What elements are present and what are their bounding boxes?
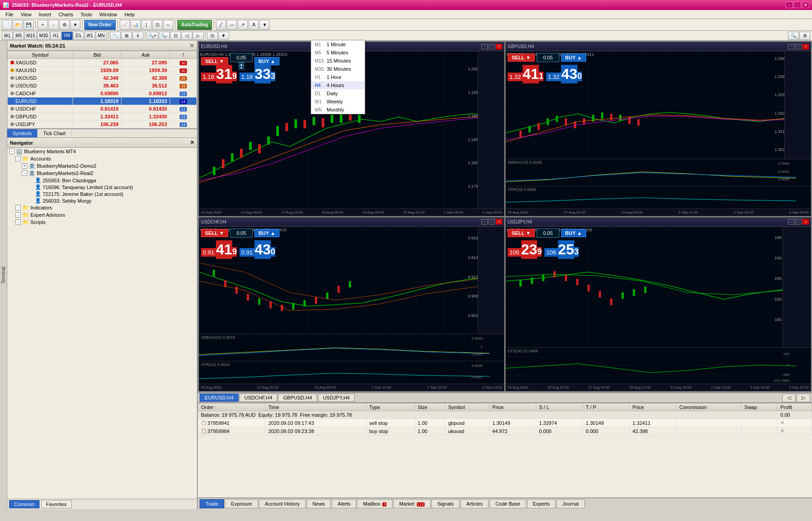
eurusd-volume-input[interactable]: [230, 53, 253, 62]
chart-tab-eurusd[interactable]: EURUSD,H4: [200, 394, 239, 402]
col-sl[interactable]: S / L: [536, 404, 583, 411]
expander[interactable]: -: [22, 170, 27, 176]
chart-tab-gbpusd[interactable]: GBPUSD,H4: [278, 394, 317, 402]
nav-tree-item[interactable]: - 📁 Indicators: [7, 204, 197, 211]
order-1-delete[interactable]: ✕: [780, 420, 784, 425]
chart-gbpusd-min[interactable]: ─: [788, 44, 794, 49]
dd-m30[interactable]: M3030 Minutes: [311, 65, 365, 73]
more-btn[interactable]: ⚙: [799, 32, 810, 40]
tf-h1[interactable]: H1: [50, 32, 61, 40]
expander[interactable]: -: [15, 205, 21, 210]
nav-tab-common[interactable]: Common: [9, 500, 39, 508]
indicators-button[interactable]: 📊: [131, 20, 141, 30]
nav-tree-item[interactable]: + 🏦 BlueberryMarkets2-Demo2: [7, 162, 197, 170]
nav-tree-item[interactable]: 👤 722175: Jereme Baker (1st account): [7, 190, 197, 197]
menu-view[interactable]: View: [17, 11, 35, 18]
dd-m1[interactable]: M11 Minute: [311, 40, 365, 49]
chart-usdjpy-max[interactable]: □: [795, 219, 802, 224]
period-btn[interactable]: ⊡: [207, 32, 218, 40]
mw-row[interactable]: EURUSD 1.18319 1.18333 14: [8, 97, 197, 105]
open-button[interactable]: 📂: [13, 20, 23, 30]
mw-row[interactable]: USOUSD 39.463 39.512 49: [8, 82, 197, 90]
eurusd-buy-button[interactable]: BUY ▲: [254, 57, 279, 65]
zoom-out-button[interactable]: -: [49, 20, 59, 30]
nav-tree-item[interactable]: 👤 255953: Ben Clazdogga: [7, 177, 197, 184]
mw-row[interactable]: USDJPY 106.239 106.253 14: [8, 121, 197, 128]
mw-row[interactable]: GBPUSD 1.32411 1.32430 19: [8, 113, 197, 121]
menu-file[interactable]: File: [2, 11, 17, 18]
expander[interactable]: -: [15, 219, 21, 225]
col-curprice[interactable]: Price: [630, 404, 676, 411]
terminal-tab-alerts[interactable]: Alerts: [332, 499, 356, 508]
chart-usdchf-min[interactable]: ─: [481, 219, 488, 224]
template-btn[interactable]: ▼: [218, 32, 229, 40]
terminal-tab-journal[interactable]: Journal: [557, 499, 585, 508]
zoom-out-tf[interactable]: 🔍-: [159, 32, 170, 40]
chart-eurusd-min[interactable]: ─: [481, 44, 488, 49]
col-profit[interactable]: Profit: [778, 404, 812, 411]
chart-usdchf-close[interactable]: ✕: [496, 219, 502, 224]
nav-tree-item[interactable]: - 📁 Scripts: [7, 219, 197, 226]
menu-insert[interactable]: Insert: [35, 11, 55, 18]
dd-m5[interactable]: M55 Minutes: [311, 49, 365, 57]
chart-eurusd-close[interactable]: ✕: [496, 44, 502, 49]
scroll-left-tf[interactable]: ◁: [181, 32, 192, 40]
mw-col-spread[interactable]: !: [170, 51, 197, 59]
scroll-right-tf[interactable]: ▷: [193, 32, 204, 40]
tab-symbols[interactable]: Symbols: [7, 129, 38, 137]
mw-col-bid[interactable]: Bid: [73, 51, 122, 59]
nav-tree-item[interactable]: - 📁 Accounts: [7, 155, 197, 162]
navigator-close[interactable]: ✕: [190, 140, 194, 146]
period-sep-button[interactable]: |: [142, 20, 152, 30]
dd-h4[interactable]: H44 Hours: [311, 81, 365, 89]
order-2-delete[interactable]: ✕: [780, 428, 784, 433]
col-symbol[interactable]: Symbol: [445, 404, 489, 411]
nav-tree-item[interactable]: - 📁 Expert Advisors: [7, 211, 197, 219]
col-price[interactable]: Price: [489, 404, 536, 411]
mw-row[interactable]: XAUUSD 1939.09 1939.39 30: [8, 67, 197, 74]
nav-tree-item[interactable]: 👤 256033: Sebby Morgy: [7, 197, 197, 204]
gbpusd-buy-button[interactable]: BUY ▲: [561, 54, 586, 62]
line-button[interactable]: —: [227, 20, 237, 30]
dd-h1[interactable]: H11 Hour: [311, 73, 365, 81]
col-size[interactable]: Size: [415, 404, 445, 411]
tf-h4[interactable]: H4: [62, 32, 73, 40]
usdjpy-sell-button[interactable]: SELL ▼: [508, 229, 535, 237]
gbpusd-sell-button[interactable]: SELL ▼: [508, 54, 535, 62]
maximize-button[interactable]: □: [794, 2, 801, 8]
col-tp[interactable]: T / P: [583, 404, 630, 411]
dd-d1[interactable]: D1Daily: [311, 89, 365, 97]
chart-gbpusd-max[interactable]: □: [795, 44, 802, 49]
new-order-button[interactable]: New Order: [84, 20, 116, 30]
zoom-fit-tf[interactable]: ⊡: [170, 32, 181, 40]
terminal-tab-experts[interactable]: Experts: [527, 499, 556, 508]
eurusd-sell-button[interactable]: SELL ▼: [201, 57, 228, 65]
chart-eurusd-max[interactable]: □: [489, 44, 495, 49]
dd-w1[interactable]: W1Weekly: [311, 97, 365, 106]
tf-m5[interactable]: M5: [13, 32, 24, 40]
expander[interactable]: -: [15, 156, 21, 161]
terminal-tab-articles[interactable]: Articles: [460, 499, 489, 508]
properties-button[interactable]: ⚙: [59, 20, 69, 30]
mw-col-ask[interactable]: Ask: [122, 51, 170, 59]
arrow-button[interactable]: ↗: [238, 20, 248, 30]
candle-chart-btn[interactable]: 🕯: [132, 32, 143, 40]
usdchf-sell-button[interactable]: SELL ▼: [201, 229, 228, 237]
mw-row[interactable]: XAGUSD 27.065 27.095 30: [8, 59, 197, 67]
tf-m15[interactable]: M15: [24, 32, 37, 40]
mw-row[interactable]: USDCHF 0.91419 0.91430 11: [8, 105, 197, 113]
expander[interactable]: +: [22, 163, 27, 169]
terminal-tab-news[interactable]: News: [307, 499, 331, 508]
chart-usdchf-max[interactable]: □: [489, 219, 495, 224]
market-watch-close[interactable]: ✕: [190, 43, 194, 49]
mw-col-symbol[interactable]: Symbol: [8, 51, 73, 59]
line-studies-button[interactable]: ╱: [216, 20, 226, 30]
more-tools-button[interactable]: ▼: [259, 20, 269, 30]
scroll-button[interactable]: ↔: [163, 20, 173, 30]
gbpusd-volume-input[interactable]: [537, 53, 559, 62]
terminal-tab-mailbox[interactable]: Mailbox 5: [357, 499, 392, 508]
nav-tree-item[interactable]: - 🏦 BlueberryMarkets2-Real2: [7, 170, 197, 177]
close-button[interactable]: ✕: [802, 2, 809, 8]
bar-chart-btn[interactable]: ⊞: [121, 32, 132, 40]
nav-tree-item[interactable]: - 🏢 Blueberry Markets MT4: [7, 148, 197, 155]
